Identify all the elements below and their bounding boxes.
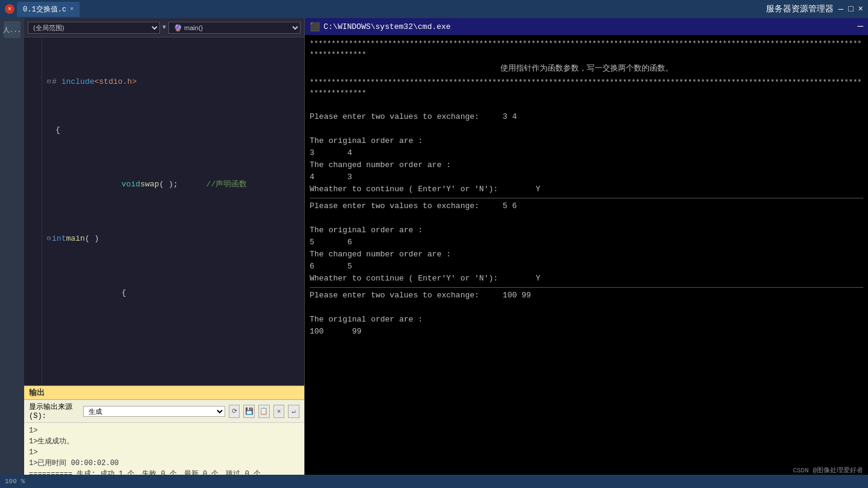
title-right: 服务器资源管理器 — □ × xyxy=(766,4,863,14)
output-title: 输出 xyxy=(29,388,45,398)
cmd-interaction-2: Please enter two values to exchange: 5 6… xyxy=(310,200,863,288)
code-line: { xyxy=(47,281,299,305)
output-panel: 输出 显示输出来源(S): 生成 ⟳ 💾 📋 ✕ ↵ 1> 1>生成成功。 1>… xyxy=(24,385,304,488)
file-tab[interactable]: 0.1交换值.c × xyxy=(17,2,80,17)
collapse-icon[interactable]: ⊟ xyxy=(47,76,51,88)
output-save-btn[interactable]: 💾 xyxy=(243,405,255,418)
scope-dropdown[interactable]: (全局范围) xyxy=(28,22,160,34)
code-toolbar: (全局范围) ▼ 🔮 main() xyxy=(24,18,304,37)
cmd-interaction-3: Please enter two values to exchange: 100… xyxy=(310,290,863,338)
zoom-level: 100 % xyxy=(5,478,25,485)
code-area: ⊟ # include <stdio.h> { void swap ( ); /… xyxy=(24,37,304,385)
cmd-icon: ⬛ xyxy=(310,22,320,32)
restore-icon[interactable]: □ xyxy=(848,4,853,14)
output-text: 1> xyxy=(29,425,37,436)
code-line xyxy=(47,341,299,353)
output-header: 输出 xyxy=(24,386,304,400)
title-bar: × 0.1交换值.c × 服务器资源管理器 — □ × xyxy=(0,0,868,18)
output-refresh-btn[interactable]: ⟳ xyxy=(229,405,240,418)
output-line: 1>生成成功。 xyxy=(29,436,299,447)
output-toolbar: 显示输出来源(S): 生成 ⟳ 💾 📋 ✕ ↵ xyxy=(24,400,304,423)
cmd-title-left: ⬛ C:\WINDOWS\system32\cmd.exe xyxy=(310,22,451,32)
output-text: 1>生成成功。 xyxy=(29,436,74,447)
separator-2 xyxy=(310,287,863,288)
status-bar: 100 % CSDN @图像处理爱好者 xyxy=(0,475,868,488)
output-text: 1> xyxy=(29,447,37,458)
output-wrap-btn[interactable]: ↵ xyxy=(288,405,299,418)
cmd-stars-bottom: ****************************************… xyxy=(310,77,863,99)
output-text: 1>已用时间 00:00:02.00 xyxy=(29,458,119,469)
code-line: { xyxy=(47,124,299,136)
function-dropdown[interactable]: 🔮 main() xyxy=(168,22,301,34)
code-line xyxy=(47,378,299,385)
output-line: 1>已用时间 00:00:02.00 xyxy=(29,458,299,469)
minimize-icon[interactable]: — xyxy=(838,4,843,14)
left-strip: 人... xyxy=(0,18,24,488)
cmd-panel: ⬛ C:\WINDOWS\system32\cmd.exe — ********… xyxy=(305,18,868,488)
title-bar-left: × 0.1交换值.c × xyxy=(5,2,80,17)
output-line: 1> xyxy=(29,425,299,436)
cmd-minimize-btn[interactable]: — xyxy=(857,21,863,32)
collapse-icon[interactable]: ⊟ xyxy=(47,233,51,245)
line-numbers xyxy=(24,37,42,385)
output-source-dropdown[interactable]: 生成 xyxy=(83,406,225,417)
resource-manager-label: 服务器资源管理器 xyxy=(766,4,834,14)
close-icon[interactable]: × xyxy=(858,4,863,14)
code-line: void swap ( ); //声明函数 xyxy=(47,173,299,197)
cmd-title-bar: ⬛ C:\WINDOWS\system32\cmd.exe — xyxy=(305,18,868,35)
output-line: 1> xyxy=(29,447,299,458)
left-btn-1[interactable]: 人... xyxy=(4,21,21,38)
cmd-center-text: 使用指针作为函数参数，写一交换两个数的函数。 xyxy=(310,60,863,77)
window-close-btn[interactable]: × xyxy=(5,4,14,14)
output-stop-btn[interactable]: ✕ xyxy=(273,405,285,418)
separator-1 xyxy=(310,197,863,198)
tab-close-btn[interactable]: × xyxy=(70,6,74,13)
cmd-content[interactable]: ****************************************… xyxy=(305,35,868,488)
output-save2-btn[interactable]: 📋 xyxy=(258,405,270,418)
cmd-title-text: C:\WINDOWS\system32\cmd.exe xyxy=(324,22,451,31)
watermark: CSDN @图像处理爱好者 xyxy=(793,466,863,475)
tab-label: 0.1交换值.c xyxy=(23,4,66,14)
cmd-interaction-1: Please enter two values to exchange: 3 4… xyxy=(310,111,863,198)
code-line: ⊟ int main ( ) xyxy=(47,233,299,245)
code-content[interactable]: ⊟ # include <stdio.h> { void swap ( ); /… xyxy=(42,37,304,385)
cmd-stars-top: ****************************************… xyxy=(310,39,863,60)
cmd-empty-line xyxy=(310,99,863,111)
code-line: ⊟ # include <stdio.h> xyxy=(47,76,299,88)
dropdown-arrow-icon: ▼ xyxy=(162,24,166,31)
source-label: 显示输出来源(S): xyxy=(29,402,80,420)
code-editor-panel: (全局范围) ▼ 🔮 main() xyxy=(24,18,305,488)
main-container: 人... (全局范围) ▼ 🔮 main() xyxy=(0,18,868,488)
